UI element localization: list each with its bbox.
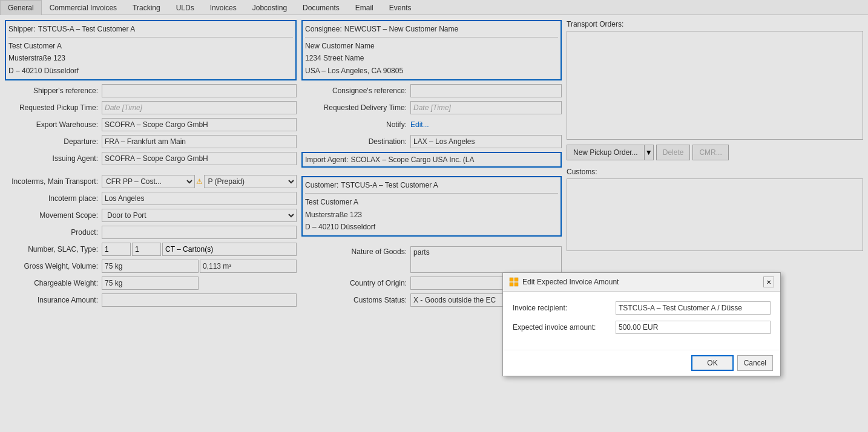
- tab-bar: General Commercial Invoices Tracking ULD…: [0, 0, 868, 15]
- type-input[interactable]: [162, 243, 297, 256]
- insurance-row: Insurance Amount:: [5, 293, 297, 307]
- tab-tracking[interactable]: Tracking: [125, 0, 168, 15]
- dialog-close-button[interactable]: ✕: [763, 277, 774, 287]
- pickup-time-row: Requested Pickup Time:: [5, 101, 297, 114]
- notify-row: Notify: Edit...: [301, 118, 562, 131]
- import-agent-label: Import Agent:: [305, 155, 350, 164]
- nature-textarea[interactable]: [410, 246, 562, 273]
- customer-input[interactable]: [341, 181, 558, 189]
- tab-ulds[interactable]: ULDs: [168, 0, 202, 15]
- movement-scope-row: Movement Scope: Door to Port: [5, 209, 297, 222]
- incoterms-select[interactable]: CFR PP – Cost...: [102, 175, 195, 188]
- shipper-input[interactable]: [38, 25, 293, 33]
- expected-amount-label: Expected invoice amount:: [513, 323, 616, 332]
- consignee-ref-row: Consignee's reference:: [301, 84, 562, 97]
- customer-header: Customer:: [305, 178, 558, 192]
- tab-events[interactable]: Events: [381, 0, 419, 15]
- cmr-button[interactable]: CMR...: [692, 145, 728, 160]
- destination-label: Destination:: [301, 137, 410, 146]
- edit-invoice-dialog: Edit Expected Invoice Amount ✕ Invoice r…: [502, 272, 781, 376]
- incoterms-p-select[interactable]: P (Prepaid): [204, 175, 297, 188]
- dialog-buttons: OK Cancel: [503, 350, 780, 376]
- customs-status-label: Customs Status:: [301, 296, 410, 304]
- shippers-ref-input[interactable]: [102, 84, 297, 97]
- tab-documents[interactable]: Documents: [295, 0, 347, 15]
- movement-scope-select[interactable]: Door to Port: [102, 209, 297, 222]
- customer-label: Customer:: [305, 181, 341, 189]
- tab-invoices[interactable]: Invoices: [202, 0, 245, 15]
- customs-section: Customs:: [567, 168, 863, 251]
- issuing-agent-row: Issuing Agent:: [5, 152, 297, 165]
- incoterm-place-input[interactable]: [102, 192, 297, 205]
- consignee-section: Consignee: New Customer Name1234 Street …: [301, 20, 562, 80]
- new-pickup-dropdown-arrow[interactable]: ▼: [644, 145, 654, 160]
- number-slac-label: Number, SLAC, Type:: [5, 245, 102, 254]
- notify-label: Notify:: [301, 120, 410, 129]
- insurance-label: Insurance Amount:: [5, 296, 102, 304]
- shipper-label: Shipper:: [8, 25, 38, 33]
- expected-amount-input[interactable]: [616, 321, 771, 334]
- delivery-time-input[interactable]: [410, 101, 562, 114]
- chargeable-weight-label: Chargeable Weight:: [5, 279, 102, 287]
- product-input[interactable]: [102, 226, 297, 239]
- incoterm-place-label: Incoterm place:: [5, 194, 102, 203]
- dialog-content: Invoice recipient: Expected invoice amou…: [503, 292, 780, 350]
- consignee-input[interactable]: [344, 25, 558, 33]
- customs-title: Customs:: [567, 168, 863, 176]
- incoterms-row: Incoterms, Main Transport: CFR PP – Cost…: [5, 175, 297, 188]
- tab-commercial-invoices[interactable]: Commercial Invoices: [42, 0, 125, 15]
- number-input[interactable]: [102, 243, 131, 256]
- export-warehouse-label: Export Warehouse:: [5, 120, 102, 129]
- gross-weight-label: Gross Weight, Volume:: [5, 262, 102, 270]
- movement-scope-label: Movement Scope:: [5, 211, 102, 220]
- notify-edit-link[interactable]: Edit...: [410, 120, 429, 129]
- slac-input[interactable]: [132, 243, 161, 256]
- svg-rect-0: [510, 278, 513, 281]
- insurance-input[interactable]: [102, 293, 297, 307]
- new-pickup-btn-group: New Pickup Order... ▼: [567, 145, 654, 160]
- consignee-label: Consignee:: [305, 25, 344, 33]
- tab-general[interactable]: General: [0, 0, 42, 15]
- dialog-title-text: Edit Expected Invoice Amount: [522, 278, 619, 286]
- pickup-time-label: Requested Pickup Time:: [5, 103, 102, 112]
- pickup-time-input[interactable]: [102, 101, 297, 114]
- delivery-time-row: Requested Delivery Time:: [301, 101, 562, 114]
- departure-input[interactable]: [102, 135, 297, 148]
- dialog-titlebar: Edit Expected Invoice Amount ✕: [503, 273, 780, 292]
- incoterms-fields: CFR PP – Cost... ⚠ P (Prepaid): [102, 175, 297, 188]
- svg-rect-3: [515, 283, 518, 286]
- transport-orders-box: [567, 31, 863, 140]
- dialog-title-area: Edit Expected Invoice Amount: [509, 277, 619, 287]
- transport-orders-title: Transport Orders:: [567, 20, 863, 28]
- new-pickup-button[interactable]: New Pickup Order...: [567, 145, 644, 160]
- tab-email[interactable]: Email: [347, 0, 381, 15]
- import-agent-box: Import Agent:: [301, 152, 562, 168]
- issuing-agent-input[interactable]: [102, 152, 297, 165]
- gross-weight-input[interactable]: [102, 260, 199, 273]
- tab-jobcosting[interactable]: Jobcosting: [245, 0, 295, 15]
- chargeable-weight-row: Chargeable Weight:: [5, 277, 297, 290]
- gross-weight-row: Gross Weight, Volume:: [5, 260, 297, 273]
- shipper-address: Test Customer AMusterstraße 123D – 40210…: [8, 39, 293, 78]
- shipper-section: Shipper: Test Customer AMusterstraße 123…: [5, 20, 297, 80]
- chargeable-weight-input[interactable]: [102, 277, 199, 290]
- consignee-ref-input[interactable]: [410, 84, 562, 97]
- incoterms-label: Incoterms, Main Transport:: [5, 177, 102, 186]
- dialog-ok-button[interactable]: OK: [691, 355, 733, 371]
- dialog-icon: [509, 277, 519, 287]
- invoice-recipient-input[interactable]: [616, 301, 771, 315]
- shippers-ref-row: Shipper's reference:: [5, 84, 297, 97]
- export-warehouse-input[interactable]: [102, 118, 297, 131]
- import-agent-input[interactable]: [350, 155, 558, 164]
- departure-row: Departure:: [5, 135, 297, 148]
- delete-button[interactable]: Delete: [656, 145, 691, 160]
- volume-input[interactable]: [200, 260, 297, 273]
- country-origin-label: Country of Origin:: [301, 279, 410, 287]
- number-slac-row: Number, SLAC, Type:: [5, 243, 297, 256]
- import-agent-row: Import Agent:: [301, 152, 562, 168]
- number-slac-fields: [102, 243, 297, 256]
- consignee-ref-label: Consignee's reference:: [301, 87, 410, 95]
- destination-input[interactable]: [410, 135, 562, 148]
- dialog-cancel-button[interactable]: Cancel: [737, 355, 773, 371]
- weight-volume-fields: [102, 260, 297, 273]
